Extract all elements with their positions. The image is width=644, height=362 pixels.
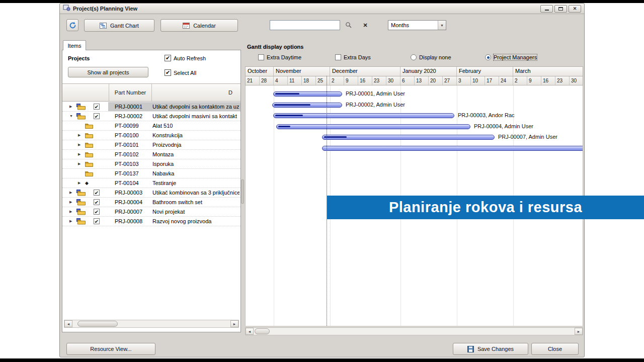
scroll-left-icon[interactable]: ◄	[246, 328, 254, 335]
column-header-blank[interactable]	[62, 84, 109, 101]
tree-horizontal-scrollbar[interactable]: ◄ ►	[64, 320, 239, 328]
resource-view-button[interactable]: Resource View...	[66, 343, 155, 355]
description: Montaza	[152, 151, 239, 157]
tree-expander-icon[interactable]: ▶	[69, 210, 72, 214]
row-checkbox[interactable]: ✔	[94, 209, 100, 215]
scrollbar-thumb[interactable]	[255, 328, 270, 334]
maximize-button[interactable]	[554, 5, 567, 13]
close-window-button[interactable]: ✕	[569, 5, 581, 13]
option-label: Project Managers	[494, 54, 537, 60]
tree-row-PT-00102[interactable]: ▶PT-00102Montaza	[62, 150, 240, 159]
column-header-part-number[interactable]: Part Number	[109, 84, 152, 101]
radio-display-none[interactable]: Display none	[411, 54, 451, 60]
save-changes-button[interactable]: Save Changes	[453, 343, 528, 355]
scroll-right-icon[interactable]: ►	[575, 328, 583, 335]
tree-row-PT-00104[interactable]: ▶◆PT-00104Testiranje	[62, 178, 240, 188]
tree-row-PT-00137[interactable]: PT-00137Nabavka	[62, 169, 240, 178]
tree-expander-icon[interactable]: ▶	[69, 191, 72, 195]
timeline-week: 11	[288, 76, 302, 85]
gantt-bar[interactable]	[322, 146, 583, 151]
chevron-down-icon[interactable]: ▼	[438, 21, 446, 30]
timeline-week: 10	[471, 76, 485, 85]
tree-row-PT-00099[interactable]: PT-00099Alat 510	[62, 121, 240, 131]
refresh-button[interactable]	[66, 19, 78, 31]
clear-search-icon[interactable]: ✕	[361, 21, 369, 29]
app-icon	[63, 4, 70, 13]
scrollbar-thumb[interactable]	[77, 321, 118, 327]
radio-icon	[411, 54, 417, 60]
minimize-button[interactable]	[540, 5, 553, 13]
row-checkbox[interactable]: ✔	[94, 190, 100, 196]
tree-row-PT-00100[interactable]: ▶PT-00100Konstrukcija	[62, 131, 240, 140]
tree-row-PRJ-00007[interactable]: ▶✔PRJ-00007Novi projekat	[62, 207, 240, 217]
column-header-description[interactable]: D	[152, 84, 240, 101]
timeline-week: 9	[527, 76, 541, 85]
tree-expander-icon[interactable]: ▶	[69, 105, 72, 109]
tree-expander-icon[interactable]: ▶	[78, 133, 80, 137]
folder-project-icon	[76, 113, 86, 121]
gantt-panel: Gantt display options Extra DaytimeExtra…	[245, 43, 583, 337]
tree-expander-icon[interactable]: ▶	[78, 162, 80, 166]
scroll-left-icon[interactable]: ◄	[64, 320, 72, 327]
close-button[interactable]: Close	[531, 343, 579, 355]
tree-expander-icon[interactable]: ▶	[69, 219, 72, 223]
tree-expander-icon[interactable]: ▶	[69, 200, 72, 204]
description: Utikač kombinovan sa 3 priključnice	[152, 190, 239, 196]
row-checkbox[interactable]: ✔	[94, 104, 100, 110]
auto-refresh-checkbox[interactable]: ✔ Auto Refresh	[165, 55, 206, 61]
tree-row-PRJ-00003[interactable]: ▶✔PRJ-00003Utikač kombinovan sa 3 priklj…	[62, 188, 240, 198]
scale-select[interactable]: Months ▼	[388, 20, 446, 30]
show-all-projects-button[interactable]: Show all projects	[68, 67, 148, 77]
tree-expander-icon[interactable]: ▶	[78, 181, 80, 185]
tree-row-PRJ-00004[interactable]: ▶✔PRJ-00004Bathroom switch set	[62, 198, 240, 207]
folder-icon	[85, 161, 93, 168]
panel-splitter[interactable]	[241, 179, 244, 204]
calendar-button[interactable]: Calendar	[160, 19, 238, 32]
scroll-right-icon[interactable]: ►	[230, 320, 238, 327]
gantt-bar[interactable]	[273, 92, 342, 97]
gantt-bar-progress	[274, 104, 310, 106]
row-checkbox[interactable]: ✔	[94, 218, 100, 224]
search-input[interactable]	[270, 20, 340, 30]
gantt-bar-label: PRJ-00001, Admin User	[346, 90, 405, 97]
tree-expander-icon[interactable]: ▼	[69, 114, 73, 118]
checkbox-extra-daytime[interactable]: Extra Daytime	[258, 54, 301, 60]
part-number: PRJ-00002	[115, 113, 142, 119]
description: Utikač dvopolni masivni sa kontakt	[152, 113, 239, 119]
tab-items[interactable]: Items	[63, 40, 86, 50]
minimize-icon	[545, 10, 549, 11]
gantt-bar-label: PRJ-00007, Admin User	[498, 134, 557, 140]
slide-background: Project(s) Planning View ✕ Gantt Chart C…	[0, 0, 644, 362]
show-all-projects-label: Show all projects	[87, 69, 129, 75]
window-controls: ✕	[540, 5, 581, 13]
tree-expander-icon[interactable]: ▶	[78, 152, 80, 156]
tree-row-PRJ-00002[interactable]: ▼✔PRJ-00002Utikač dvopolni masivni sa ko…	[62, 112, 240, 121]
select-all-label: Select All	[174, 70, 196, 76]
tree-expander-icon[interactable]: ▶	[78, 143, 80, 147]
tree-row-PT-00101[interactable]: ▶PT-00101Proizvodnja	[62, 140, 240, 150]
part-number: PT-00102	[115, 151, 139, 157]
description: Utikač dvopolni sa kontaktom za uz	[152, 104, 239, 110]
app-window: Project(s) Planning View ✕ Gantt Chart C…	[59, 3, 585, 357]
window-titlebar[interactable]: Project(s) Planning View ✕	[60, 4, 584, 14]
row-checkbox[interactable]: ✔	[94, 113, 100, 119]
gantt-horizontal-scrollbar[interactable]: ◄ ►	[245, 327, 583, 335]
radio-project-managers[interactable]: Project Managers	[485, 54, 537, 60]
gantt-bar[interactable]	[273, 113, 454, 118]
tree-row-PRJ-00001[interactable]: ▶✔PRJ-00001Utikač dvopolni sa kontaktom …	[62, 102, 240, 112]
scale-select-value: Months	[388, 22, 438, 28]
gantt-bar[interactable]	[322, 135, 495, 140]
folder-project-icon	[76, 190, 86, 197]
checkbox-extra-days[interactable]: Extra Days	[335, 54, 371, 60]
resource-view-label: Resource View...	[90, 346, 131, 352]
search-icon[interactable]	[345, 21, 353, 29]
gantt-chart-button-label: Gantt Chart	[110, 23, 139, 29]
gantt-bar[interactable]	[276, 124, 470, 129]
gantt-chart-button[interactable]: Gantt Chart	[84, 19, 154, 32]
row-checkbox[interactable]: ✔	[94, 199, 100, 205]
tree-row-PT-00103[interactable]: ▶PT-00103Isporuka	[62, 159, 240, 169]
description: Alat 510	[152, 123, 239, 129]
select-all-checkbox[interactable]: ✔ Select All	[165, 69, 196, 76]
gantt-bar[interactable]	[272, 103, 342, 108]
tree-row-PRJ-00008[interactable]: ▶✔PRJ-00008Razvoj novog proizvoda	[62, 217, 240, 226]
